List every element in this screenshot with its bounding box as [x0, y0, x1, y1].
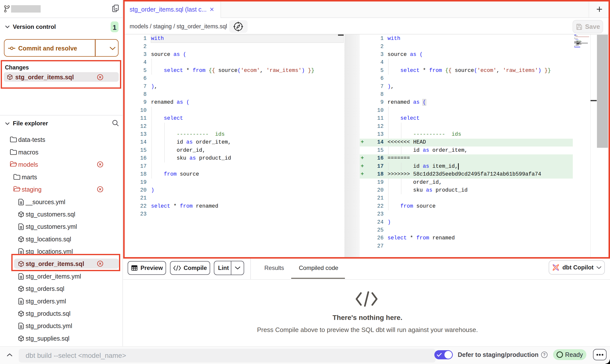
svg-text:?: ?	[543, 353, 545, 357]
